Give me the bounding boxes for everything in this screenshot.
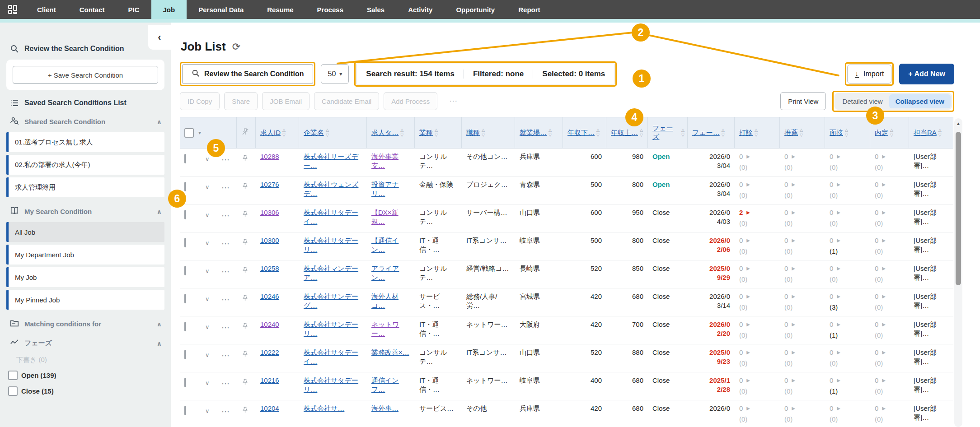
pin-icon[interactable] [241, 324, 249, 331]
sort-desc-icon[interactable]: ▽ [722, 133, 725, 137]
expand-right-icon[interactable]: ▶ [837, 349, 840, 356]
row-checkbox[interactable] [184, 350, 186, 359]
column-header-link[interactable]: 職種 [466, 129, 480, 137]
pin-icon[interactable] [241, 352, 249, 359]
sort-icons[interactable]: △▽ [435, 128, 438, 137]
sidebar-item[interactable]: My Job [6, 267, 164, 287]
company-link[interactable]: 株式会社サタデーリ… [304, 376, 358, 393]
expand-right-icon[interactable]: ▶ [837, 181, 840, 188]
job-id-link[interactable]: 10216 [260, 376, 279, 384]
sort-icons[interactable]: △▽ [800, 128, 803, 137]
saved-search-conditions-link[interactable]: Saved Search Conditions List [10, 98, 162, 107]
sort-desc-icon[interactable]: ▽ [596, 133, 600, 137]
sort-asc-icon[interactable]: △ [282, 128, 286, 132]
expand-right-icon[interactable]: ▶ [746, 377, 750, 384]
action-button-job-email[interactable]: JOB Email [262, 92, 309, 110]
sort-desc-icon[interactable]: ▽ [400, 133, 403, 137]
sort-icons[interactable]: △▽ [938, 128, 942, 137]
expand-right-icon[interactable]: ▶ [882, 265, 886, 272]
nav-tab-report[interactable]: Report [506, 0, 552, 19]
nav-tab-job[interactable]: Job [151, 0, 187, 19]
pin-icon[interactable] [241, 212, 249, 219]
more-actions-button[interactable]: ⋯ [442, 92, 465, 110]
expand-right-icon[interactable]: ▶ [746, 181, 750, 188]
sort-asc-icon[interactable]: △ [640, 128, 643, 132]
sort-asc-icon[interactable]: △ [596, 128, 600, 132]
sidebar-item[interactable]: 求人管理簿用 [6, 177, 164, 197]
ellipsis-menu-icon[interactable]: ⋯ [221, 323, 230, 332]
expand-right-icon[interactable]: ▶ [746, 209, 750, 216]
sort-desc-icon[interactable]: ▽ [845, 133, 848, 137]
action-button-candidate-email[interactable]: Candidate Email [314, 92, 379, 110]
row-checkbox[interactable] [184, 238, 186, 247]
sort-desc-icon[interactable]: ▽ [800, 133, 803, 137]
job-id-link[interactable]: 10240 [260, 320, 279, 328]
chevron-down-icon[interactable]: ∨ [205, 184, 210, 190]
nav-tab-process[interactable]: Process [305, 0, 355, 19]
sort-icons[interactable]: △▽ [596, 128, 600, 137]
print-view-button[interactable]: Print View [780, 92, 826, 110]
chevron-down-icon[interactable]: ∨ [205, 380, 210, 386]
expand-right-icon[interactable]: ▶ [746, 405, 750, 412]
expand-right-icon[interactable]: ▶ [837, 237, 840, 244]
expand-right-icon[interactable]: ▶ [746, 153, 750, 160]
column-header-link[interactable]: 求人ID [260, 129, 281, 137]
job-id-link[interactable]: 10204 [260, 404, 279, 412]
sort-icons[interactable]: △▽ [640, 128, 643, 137]
sort-desc-icon[interactable]: ▽ [755, 133, 758, 137]
column-header-link[interactable]: 年収下… [567, 129, 595, 137]
expand-right-icon[interactable]: ▶ [746, 349, 750, 356]
chevron-down-icon[interactable]: ∨ [205, 156, 210, 162]
expand-right-icon[interactable]: ▶ [792, 405, 795, 412]
company-link[interactable]: 株式会社マンデーア… [304, 265, 358, 281]
company-link[interactable]: 株式会社サタデーイ… [304, 348, 358, 365]
sort-desc-icon[interactable]: ▽ [890, 133, 893, 137]
sort-desc-icon[interactable]: ▽ [326, 133, 329, 137]
ellipsis-menu-icon[interactable]: ⋯ [221, 295, 230, 304]
nav-tab-pic[interactable]: PIC [117, 0, 151, 19]
sort-icons[interactable]: △▽ [400, 128, 403, 137]
expand-right-icon[interactable]: ▶ [837, 293, 840, 300]
row-checkbox[interactable] [184, 406, 186, 415]
expand-right-icon[interactable]: ▶ [882, 321, 886, 328]
expand-right-icon[interactable]: ▶ [792, 237, 795, 244]
sort-icons[interactable]: △▽ [549, 128, 552, 137]
chevron-down-icon[interactable]: ∨ [205, 324, 210, 330]
scroll-up-icon[interactable]: ▲ [954, 118, 962, 126]
expand-right-icon[interactable]: ▶ [837, 377, 840, 384]
company-link[interactable]: 株式会社サンデーリ… [304, 320, 358, 337]
company-link[interactable]: 株式会社ウェンズデ… [304, 181, 358, 197]
sort-asc-icon[interactable]: △ [890, 128, 893, 132]
action-button-add-process[interactable]: Add Process [384, 92, 437, 110]
ellipsis-menu-icon[interactable]: ⋯ [221, 379, 230, 388]
chevron-down-icon[interactable]: ∨ [205, 296, 210, 302]
expand-right-icon[interactable]: ▶ [837, 321, 840, 328]
job-title-link[interactable]: 通信インフ… [371, 376, 399, 393]
action-button-share[interactable]: Share [224, 92, 258, 110]
phase-checkbox-item[interactable]: Close (15) [8, 386, 162, 396]
company-link[interactable]: 株式会社サタデーイ… [304, 209, 358, 225]
sort-asc-icon[interactable]: △ [400, 128, 403, 132]
sort-asc-icon[interactable]: △ [482, 128, 485, 132]
sidebar-section-0[interactable]: Shared Search Condition∧ [10, 116, 162, 127]
collapsed-view-toggle[interactable]: Collapsed view [889, 94, 951, 108]
expand-right-icon[interactable]: ▶ [792, 349, 795, 356]
ellipsis-menu-icon[interactable]: ⋯ [221, 239, 230, 248]
column-header-link[interactable]: 業種 [419, 129, 433, 137]
checkbox[interactable] [8, 386, 18, 396]
expand-right-icon[interactable]: ▶ [882, 181, 886, 188]
job-title-link[interactable]: 海外人材コ… [371, 292, 399, 309]
chevron-down-icon[interactable]: ∨ [205, 268, 210, 274]
add-new-button[interactable]: + Add New [899, 64, 954, 84]
sort-icons[interactable]: △▽ [282, 128, 286, 137]
job-title-link[interactable]: 投資アナリ… [371, 181, 399, 197]
expand-right-icon[interactable]: ▶ [792, 265, 795, 272]
row-checkbox[interactable] [184, 322, 186, 331]
column-header-link[interactable]: 企業名 [304, 129, 324, 137]
sidebar-section-1[interactable]: My Search Condition∧ [10, 206, 162, 217]
sort-icons[interactable]: △▽ [722, 128, 725, 137]
job-id-link[interactable]: 10288 [260, 153, 279, 160]
expand-right-icon[interactable]: ▶ [792, 153, 795, 160]
expand-right-icon[interactable]: ▶ [882, 209, 886, 216]
job-title-link[interactable]: アライアン… [371, 265, 399, 281]
